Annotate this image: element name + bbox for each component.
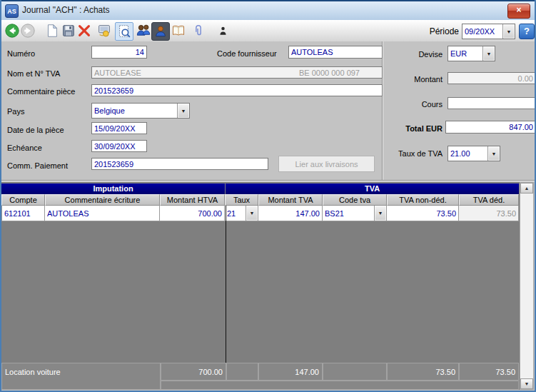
group-header-tva: TVA [226, 184, 519, 194]
lier-livraisons-button: Lier aux livraisons [278, 156, 375, 172]
cell-montant-htva[interactable]: 700.00 [160, 206, 225, 221]
attachment-button[interactable] [190, 22, 207, 39]
taux-tva-label: Taux de TVA [378, 149, 443, 158]
date-piece-label: Date de la pièce [7, 126, 64, 134]
new-document-icon [44, 23, 60, 39]
numero-label: Numéro [7, 49, 35, 58]
chevron-down-icon[interactable]: ▼ [502, 24, 515, 39]
date-piece-input[interactable]: 15/09/20XX [91, 122, 147, 134]
window-title: Journal "ACH" : Achats [22, 5, 110, 15]
app-window: AS Journal "ACH" : Achats × Période 09/ [0, 0, 536, 392]
col-header-compte[interactable]: Compte [1, 194, 45, 206]
entries-table: Imputation TVA Compte Commentaire écritu… [1, 182, 520, 390]
window-border-left [0, 0, 1, 392]
horizontal-separator [1, 180, 535, 181]
total-eur-label: Total EUR [387, 124, 443, 133]
ledger-button[interactable] [170, 22, 187, 39]
close-button[interactable]: × [507, 4, 530, 19]
vertical-separator [382, 41, 383, 181]
chevron-down-icon[interactable]: ▼ [374, 206, 386, 221]
total-montant-tva: 147.00 [258, 363, 323, 381]
paperclip-icon [191, 23, 206, 39]
numero-input[interactable]: 14 [91, 46, 147, 59]
col-header-montant-htva[interactable]: Montant HTVA [160, 194, 225, 206]
suppliers-button[interactable] [134, 22, 151, 39]
delete-icon [76, 23, 92, 39]
devise-label: Devise [387, 50, 443, 59]
code-fournisseur-input[interactable]: AUTOLEAS [288, 46, 383, 59]
total-montant-htva: 700.00 [161, 363, 226, 381]
section-divider-line [226, 206, 226, 363]
comm-paiement-input[interactable]: 201523659 [91, 158, 268, 170]
total-tva-ded: 73.50 [459, 363, 519, 381]
cell-compte[interactable]: 612101 [1, 206, 45, 221]
group-header-imputation: Imputation [1, 184, 225, 194]
forward-icon [20, 23, 36, 39]
tva-number: BE 0000 000 097 [299, 69, 380, 77]
cell-commentaire[interactable]: AUTOLEAS [45, 206, 160, 221]
chevron-down-icon[interactable]: ▼ [482, 46, 495, 61]
montant-label: Montant [387, 75, 443, 84]
vertical-scrollbar[interactable]: ▲ ▼ [520, 182, 534, 390]
cell-code-tva-select[interactable]: BS21 ▼ [323, 206, 387, 221]
code-fournisseur-label: Code fournisseur [217, 49, 277, 58]
total-label-cell: Location voiture [1, 363, 161, 390]
person-icon [218, 25, 228, 37]
col-header-commentaire[interactable]: Commentaire écriture [45, 194, 160, 206]
period-label: Période [400, 26, 459, 36]
code-tva-value: BS21 [323, 209, 374, 218]
person-button[interactable] [214, 22, 231, 39]
period-select[interactable]: 09/20XX ▼ [462, 24, 515, 39]
customer-button[interactable] [151, 22, 170, 41]
echeance-input[interactable]: 30/09/20XX [91, 140, 147, 152]
back-button[interactable] [4, 22, 21, 39]
total-code-empty [323, 363, 387, 381]
total-eur-input[interactable]: 847.00 [445, 121, 536, 134]
cell-taux-select[interactable]: 21 ▼ [225, 206, 258, 221]
total-taux-empty [226, 363, 258, 381]
save-button[interactable] [60, 22, 77, 39]
help-button[interactable]: ? [519, 24, 535, 39]
back-icon [4, 23, 20, 39]
col-header-montant-tva[interactable]: Montant TVA [258, 194, 323, 206]
users-icon [135, 23, 151, 39]
devise-select[interactable]: EUR ▼ [447, 46, 495, 61]
delete-button[interactable] [76, 22, 93, 39]
nom-tva-label: Nom et N° TVA [7, 69, 60, 78]
payment-button[interactable] [96, 22, 113, 39]
payment-icon [96, 23, 112, 39]
commentaire-piece-input[interactable]: 201523659 [91, 84, 383, 96]
search-button[interactable] [115, 22, 133, 41]
cell-tva-ded: 73.50 [459, 206, 519, 221]
cours-input[interactable] [447, 97, 536, 109]
taux-tva-select[interactable]: 21.00 ▼ [447, 146, 500, 161]
cell-montant-tva[interactable]: 147.00 [258, 206, 323, 221]
devise-value: EUR [448, 49, 482, 58]
forward-button[interactable] [19, 22, 36, 39]
col-header-code-tva[interactable]: Code tva [323, 194, 387, 206]
cell-tva-non-ded[interactable]: 73.50 [387, 206, 459, 221]
col-header-tva-non-ded[interactable]: TVA non-déd. [387, 194, 459, 206]
commentaire-piece-label: Commentaire pièce [7, 87, 75, 96]
search-document-icon [116, 24, 132, 39]
col-header-taux[interactable]: Taux [225, 194, 258, 206]
new-button[interactable] [44, 22, 61, 39]
pays-label: Pays [7, 107, 24, 116]
taux-tva-value: 21.00 [448, 149, 487, 158]
chevron-down-icon[interactable]: ▼ [246, 206, 258, 221]
scroll-up-button[interactable]: ▲ [520, 183, 533, 194]
chevron-down-icon[interactable]: ▼ [487, 146, 500, 161]
pays-value: Belgique [92, 106, 177, 115]
pays-select[interactable]: Belgique ▼ [91, 103, 190, 119]
window-border-top [0, 0, 536, 1]
montant-input: 0.00 [447, 72, 536, 84]
total-tva-non-ded: 73.50 [387, 363, 459, 381]
user-icon [153, 24, 168, 39]
scroll-down-button[interactable]: ▼ [520, 378, 533, 389]
col-header-tva-ded[interactable]: TVA déd. [459, 194, 519, 206]
total-empty-strip [161, 381, 519, 390]
chevron-down-icon[interactable]: ▼ [177, 104, 189, 118]
nom-tva-input: AUTOLEASE BE 0000 000 097 [91, 66, 383, 79]
cours-label: Cours [387, 100, 443, 109]
app-icon: AS [5, 4, 19, 18]
